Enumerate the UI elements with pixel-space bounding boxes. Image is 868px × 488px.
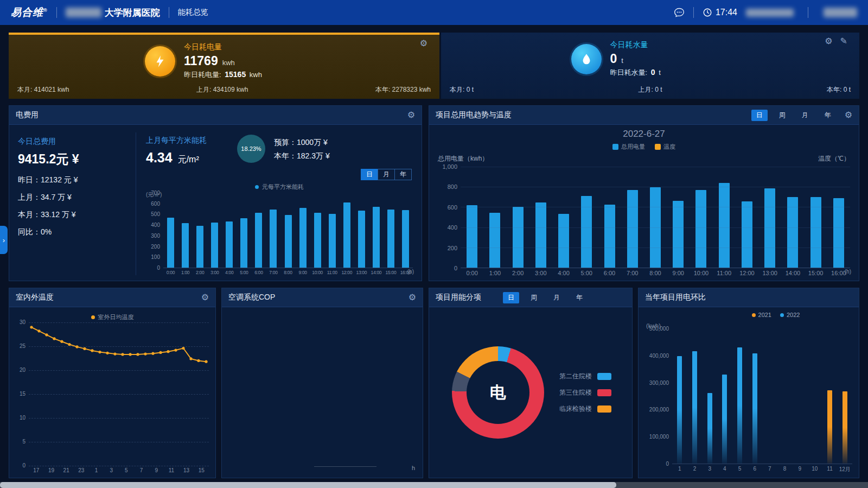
horizontal-scrollbar-thumb[interactable] bbox=[0, 482, 616, 488]
card-title: 今日耗水量 bbox=[610, 40, 730, 50]
gear-icon[interactable]: ⚙ bbox=[201, 293, 209, 302]
y-tick: 10 bbox=[20, 415, 25, 421]
temp-yaxis: 302520151050 bbox=[16, 322, 29, 466]
cost-row: 同比：0% bbox=[18, 227, 136, 237]
nav-item-energy-overview[interactable]: 能耗总览 bbox=[178, 8, 208, 17]
gridline bbox=[461, 187, 850, 187]
panel-header: 电费用 ⚙ bbox=[9, 106, 422, 125]
x-label: 1 bbox=[672, 464, 687, 473]
bar bbox=[314, 213, 321, 268]
message-icon[interactable] bbox=[674, 7, 685, 18]
tab-周[interactable]: 周 bbox=[526, 292, 542, 303]
card-value: 0 bbox=[610, 52, 617, 66]
y-tick: 5 bbox=[22, 439, 25, 445]
trend-chart: 1,0008006004002000 0:001:002:003:004:005… bbox=[438, 167, 850, 276]
today-cost-label: 今日总费用 bbox=[18, 137, 136, 147]
legend-item: 2021 bbox=[752, 312, 771, 318]
tab-日[interactable]: 日 bbox=[751, 110, 768, 121]
tab-年[interactable]: 年 bbox=[394, 169, 412, 180]
redacted-hospital-prefix bbox=[66, 8, 101, 17]
bar bbox=[329, 214, 336, 268]
redacted-username bbox=[746, 9, 794, 17]
panel-title: 项目总用电趋势与温度 bbox=[436, 110, 512, 120]
x-label: 7:00 bbox=[621, 268, 644, 276]
sqm-value: 4.34 bbox=[146, 150, 173, 166]
electric-summary-card: ⚙ 今日耗电量 11769 kwh 昨日耗电量: 15165 kwh bbox=[9, 33, 439, 99]
bar-slot bbox=[178, 193, 193, 268]
panel-header: 项目总用电趋势与温度 日周月年 ⚙ bbox=[429, 106, 859, 125]
tab-月[interactable]: 月 bbox=[548, 292, 565, 303]
panel-title: 室内外温度 bbox=[16, 293, 54, 302]
energy-dashboard: 易合维® 大学附属医院 能耗总览 17:44 › ⚙ bbox=[0, 0, 868, 488]
lightning-icon bbox=[145, 46, 175, 77]
bar bbox=[719, 183, 730, 268]
x-label: 3 bbox=[104, 466, 119, 473]
temp-xaxis: 1719212313579111315 bbox=[29, 466, 209, 473]
bar bbox=[402, 210, 409, 268]
bar bbox=[358, 211, 365, 268]
trend-yaxis: 1,0008006004002000 bbox=[438, 167, 461, 268]
tab-日[interactable]: 日 bbox=[503, 292, 519, 303]
tab-周[interactable]: 周 bbox=[774, 110, 790, 121]
gear-icon[interactable]: ⚙ bbox=[845, 111, 852, 119]
bar bbox=[737, 347, 742, 464]
gear-icon[interactable]: ⚙ bbox=[407, 111, 415, 119]
bar-slot bbox=[713, 167, 736, 268]
x-label: 7 bbox=[134, 466, 149, 473]
bar-group bbox=[807, 329, 822, 464]
temperature-panel-body: 室外日均温度 302520151050 1719212313579111315 bbox=[9, 307, 215, 478]
x-label: 3 bbox=[702, 464, 717, 473]
sqm-unit: 元/m² bbox=[178, 154, 199, 166]
x-label: 5:00 bbox=[575, 268, 598, 276]
panel-title: 当年项目用电环比 bbox=[645, 293, 706, 302]
bar bbox=[677, 356, 682, 464]
tab-年[interactable]: 年 bbox=[820, 110, 836, 121]
bar bbox=[387, 210, 394, 268]
electric-card-content: 今日耗电量 11769 kwh 昨日耗电量: 15165 kwh bbox=[9, 42, 439, 80]
cost-row: 昨日：12132 元 ¥ bbox=[18, 175, 136, 185]
sidebar-expander[interactable]: › bbox=[0, 226, 8, 254]
tab-月[interactable]: 月 bbox=[378, 169, 395, 180]
trend-xaxis: 0:001:002:003:004:005:006:007:008:009:00… bbox=[461, 268, 850, 276]
bar-slot bbox=[193, 193, 207, 268]
bar-slot bbox=[827, 167, 850, 268]
x-label: 21 bbox=[59, 466, 74, 473]
x-label: 7 bbox=[762, 464, 777, 473]
bar-slot bbox=[506, 167, 529, 268]
x-label: 7:00 bbox=[266, 268, 280, 275]
x-label: 4:00 bbox=[552, 268, 575, 276]
breakdown-tabs: 日周月年 bbox=[503, 292, 588, 303]
card-unit: kwh bbox=[222, 59, 235, 67]
x-label: 4 bbox=[717, 464, 732, 473]
legend-item: 临床检验楼 bbox=[559, 404, 611, 414]
yearly-xaxis: 123456789101112月 bbox=[672, 464, 852, 473]
donut-legend: 第二住院楼第三住院楼临床检验楼 bbox=[559, 372, 611, 414]
tab-年[interactable]: 年 bbox=[571, 292, 588, 303]
bar-slot bbox=[369, 193, 384, 268]
divider bbox=[808, 7, 808, 18]
yesterday-line: 昨日耗电量: 15165 kwh bbox=[184, 70, 303, 80]
yesterday-label: 昨日耗水量: bbox=[610, 68, 648, 77]
bar bbox=[255, 213, 262, 268]
bar-slot bbox=[251, 193, 266, 268]
x-label: 13:00 bbox=[758, 268, 781, 276]
tab-日[interactable]: 日 bbox=[361, 169, 378, 180]
summary-cards-row: ⚙ 今日耗电量 11769 kwh 昨日耗电量: 15165 kwh bbox=[9, 33, 859, 99]
temperature-chart: 302520151050 1719212313579111315 bbox=[16, 322, 209, 473]
legend-swatch bbox=[752, 313, 756, 317]
gear-icon[interactable]: ⚙ bbox=[409, 293, 416, 302]
yearly-plot bbox=[672, 329, 852, 464]
divider bbox=[56, 7, 57, 18]
x-label: 5 bbox=[119, 466, 134, 473]
bar-slot bbox=[354, 193, 369, 268]
y-tick: 400,000 bbox=[649, 353, 669, 359]
x-label: 17 bbox=[29, 466, 44, 473]
x-label: 9 bbox=[149, 466, 164, 473]
x-label: 14:00 bbox=[781, 268, 804, 276]
cost-chart: (元/㎡) 7006005004003002001000 0:001:002:0… bbox=[146, 193, 413, 275]
navbar-right: 17:44 bbox=[674, 7, 857, 18]
tab-月[interactable]: 月 bbox=[797, 110, 813, 121]
yearly-compare-panel: 当年项目用电环比 20212022 (kwh) 500,000400,00030… bbox=[638, 288, 859, 478]
bar bbox=[707, 393, 712, 464]
year-cost-line: 本年：182.3万 ¥ bbox=[274, 149, 330, 163]
